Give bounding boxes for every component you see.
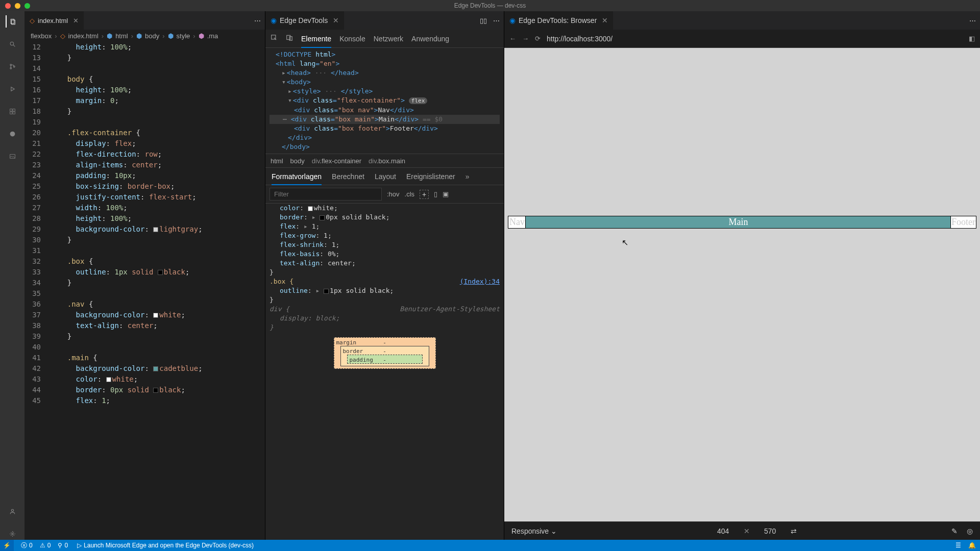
- url-bar[interactable]: http://localhost:3000/: [547, 35, 963, 43]
- breadcrumb-item[interactable]: style: [177, 32, 190, 40]
- account-icon[interactable]: [6, 505, 18, 517]
- cursor-icon: ↖: [622, 238, 628, 247]
- dimension-separator: ✕: [744, 527, 750, 535]
- breadcrumb-item[interactable]: index.html: [68, 32, 99, 40]
- elements-tab[interactable]: Elemente: [301, 35, 331, 48]
- styles-tab-ereignislistener[interactable]: Ereignislistener: [406, 172, 455, 181]
- tab-label: index.html: [38, 17, 68, 24]
- browser-tabs: ◉ Edge DevTools: Browser ✕ ⋯: [504, 11, 980, 30]
- notifications-icon[interactable]: 🔔: [968, 542, 976, 549]
- reload-button[interactable]: ⟳: [535, 35, 541, 42]
- breadcrumb-item[interactable]: body: [290, 157, 305, 165]
- svg-rect-9: [13, 109, 15, 111]
- forward-button[interactable]: →: [522, 35, 529, 42]
- svg-marker-7: [11, 87, 14, 91]
- devtools-toolbar: Elemente Konsole Netzwerk Anwendung: [265, 30, 504, 48]
- page-preview[interactable]: Nav Main Footer ↖: [504, 48, 980, 521]
- remote-indicator[interactable]: ⚡: [0, 540, 14, 551]
- extensions-icon[interactable]: [6, 105, 18, 117]
- styles-filter-bar: :hov .cls + ▯ ▣: [265, 185, 504, 204]
- more-icon[interactable]: ⋯: [493, 17, 500, 24]
- device-icon[interactable]: ▯: [434, 190, 437, 198]
- styles-body[interactable]: color: white;border: ▸ 0px solid black;f…: [265, 204, 504, 540]
- svg-rect-18: [289, 37, 292, 41]
- device-toggle-icon[interactable]: [286, 34, 293, 43]
- close-tab-icon[interactable]: ✕: [333, 16, 339, 24]
- width-input[interactable]: [712, 527, 734, 535]
- hov-button[interactable]: :hov: [387, 190, 400, 198]
- breadcrumb-item[interactable]: .box.main: [377, 157, 405, 165]
- breadcrumb-item[interactable]: .ma: [207, 32, 218, 40]
- errors-count[interactable]: ⓧ 0: [21, 541, 33, 550]
- back-button[interactable]: ←: [509, 35, 516, 42]
- more-icon[interactable]: ⋯: [969, 17, 976, 24]
- status-right-icon[interactable]: ☰: [955, 542, 961, 549]
- warnings-count[interactable]: ⚠ 0: [40, 542, 51, 549]
- screenshot-icon[interactable]: ✎: [951, 527, 958, 535]
- styles-tab-berechnet[interactable]: Berechnet: [332, 172, 364, 181]
- new-style-button[interactable]: +: [420, 190, 429, 199]
- breadcrumb-item[interactable]: .flex-container: [320, 157, 361, 165]
- code-editor[interactable]: 12 height: 100%;13 }1415 body {16 height…: [24, 42, 265, 540]
- more-tabs-icon[interactable]: »: [465, 172, 470, 181]
- rotate-icon[interactable]: ⇄: [791, 527, 797, 535]
- svg-point-4: [10, 64, 11, 65]
- edge-icon[interactable]: [6, 128, 18, 140]
- filter-input[interactable]: [270, 188, 382, 201]
- target-icon[interactable]: ◎: [967, 527, 973, 535]
- close-tab-icon[interactable]: ✕: [602, 16, 608, 24]
- breadcrumb-item[interactable]: html: [271, 157, 283, 165]
- debug-icon[interactable]: [6, 83, 18, 95]
- console-tab[interactable]: Konsole: [339, 35, 365, 43]
- image-icon[interactable]: [6, 150, 18, 162]
- editor-tabs: ◇ index.html ✕ ⋯: [24, 11, 265, 30]
- minimize-window-button[interactable]: [15, 3, 20, 9]
- network-tab[interactable]: Netzwerk: [374, 35, 403, 43]
- search-icon[interactable]: [6, 38, 18, 50]
- dom-breadcrumb[interactable]: html body div.flex-container div.box.mai…: [265, 154, 504, 168]
- breadcrumb-item[interactable]: html: [115, 32, 128, 40]
- tab-label: Edge DevTools: Browser: [519, 16, 597, 24]
- styles-tab-layout[interactable]: Layout: [375, 172, 396, 181]
- svg-point-14: [11, 509, 13, 511]
- settings-icon[interactable]: [6, 528, 18, 540]
- svg-line-3: [13, 45, 15, 46]
- responsive-dropdown[interactable]: Responsive ⌄: [511, 527, 557, 535]
- editor-more-icon[interactable]: ⋯: [254, 17, 261, 24]
- statusbar: ⚡ ⓧ 0 ⚠ 0 ⚲ 0 ▷ Launch Microsoft Edge an…: [0, 540, 980, 551]
- styles-tab-formatvorlagen[interactable]: Formatvorlagen: [272, 172, 322, 185]
- port-indicator[interactable]: ⚲ 0: [58, 542, 68, 549]
- cls-button[interactable]: .cls: [405, 190, 415, 198]
- split-editor-icon[interactable]: ▯▯: [480, 17, 487, 24]
- svg-rect-13: [10, 154, 15, 158]
- panel-icon[interactable]: ▣: [443, 190, 449, 198]
- close-window-button[interactable]: [5, 3, 11, 9]
- svg-point-6: [13, 66, 15, 67]
- browser-tab[interactable]: ◉ Edge DevTools: Browser ✕: [504, 11, 613, 30]
- svg-point-2: [10, 42, 14, 45]
- window-title: Edge DevTools — dev-css: [454, 2, 526, 9]
- launch-hint[interactable]: ▷ Launch Microsoft Edge and open the Edg…: [77, 542, 254, 549]
- devtools-tab[interactable]: ◉ Edge DevTools ✕: [265, 11, 344, 30]
- tab-label: Edge DevTools: [280, 16, 328, 24]
- window-controls: [5, 3, 30, 9]
- application-tab[interactable]: Anwendung: [411, 35, 449, 43]
- svg-rect-10: [10, 112, 12, 114]
- preview-footer-box: Footer: [951, 216, 976, 228]
- close-tab-icon[interactable]: ✕: [73, 17, 79, 24]
- dom-tree[interactable]: <!DOCTYPE html><html lang="en">▸<head> ·…: [265, 48, 504, 154]
- chevron-down-icon: ⌄: [551, 527, 557, 535]
- inspect-element-icon[interactable]: [271, 34, 278, 43]
- breadcrumb-item[interactable]: body: [145, 32, 159, 40]
- breadcrumb[interactable]: flexbox› ◇index.html› ⬢html› ⬢body› ⬢sty…: [24, 30, 265, 42]
- source-control-icon[interactable]: [6, 60, 18, 72]
- editor-tab-index[interactable]: ◇ index.html ✕: [24, 11, 84, 30]
- explorer-icon[interactable]: [6, 15, 18, 28]
- styles-tabs: Formatvorlagen Berechnet Layout Ereignis…: [265, 168, 504, 185]
- maximize-window-button[interactable]: [24, 3, 30, 9]
- height-input[interactable]: [759, 527, 781, 535]
- edge-logo-icon: ◉: [271, 16, 277, 24]
- dock-icon[interactable]: ◧: [969, 35, 975, 42]
- breadcrumb-item[interactable]: flexbox: [31, 32, 52, 40]
- devtools-tabs: ◉ Edge DevTools ✕ ▯▯ ⋯: [265, 11, 504, 30]
